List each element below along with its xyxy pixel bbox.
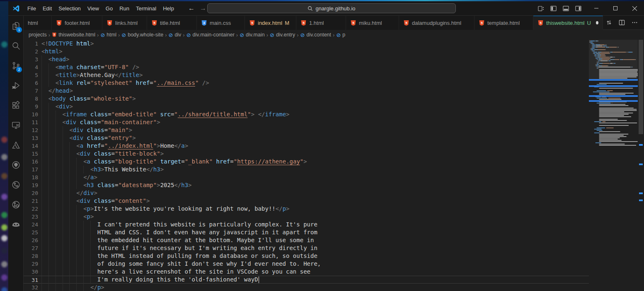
more-actions-icon[interactable] bbox=[631, 19, 638, 26]
tab-1.html[interactable]: 51.html bbox=[296, 16, 346, 30]
line-number[interactable]: 13 bbox=[24, 134, 38, 142]
line-number[interactable]: 24 bbox=[24, 221, 38, 228]
scrollbar-slider[interactable] bbox=[639, 40, 643, 134]
explorer-icon[interactable]: 1 bbox=[8, 16, 23, 36]
breadcrumb-item-projects[interactable]: projects bbox=[29, 32, 47, 38]
line-number[interactable]: 32 bbox=[24, 284, 38, 291]
code-line-28[interactable]: 28 the HTML instead of pulling from a da… bbox=[24, 252, 589, 260]
code-line-3[interactable]: 3 <head> bbox=[24, 55, 589, 63]
menu-file[interactable]: File bbox=[24, 5, 39, 12]
line-number[interactable]: 28 bbox=[24, 252, 38, 260]
tab-title.html[interactable]: 5title.html bbox=[147, 16, 197, 30]
tab-html[interactable]: html bbox=[24, 16, 52, 30]
menu-terminal[interactable]: Terminal bbox=[133, 5, 160, 12]
line-number[interactable]: 5 bbox=[24, 71, 38, 79]
line-number[interactable]: 16 bbox=[24, 158, 38, 166]
code-line-16[interactable]: 16 <a class="blog-title" target="_blank"… bbox=[24, 158, 589, 166]
line-number[interactable]: 26 bbox=[24, 236, 38, 244]
line-number[interactable]: 10 bbox=[24, 111, 38, 118]
line-number[interactable]: 14 bbox=[24, 142, 38, 150]
customize-layout-icon[interactable] bbox=[537, 5, 545, 12]
line-number[interactable]: 31 bbox=[24, 276, 38, 284]
line-number[interactable]: 25 bbox=[24, 228, 38, 236]
code-line-21[interactable]: 21 <div class="content"> bbox=[24, 197, 589, 205]
line-number[interactable]: 2 bbox=[24, 48, 38, 55]
extensions-icon[interactable] bbox=[8, 95, 23, 115]
breadcrumb-item-div[interactable]: ⊘div bbox=[168, 32, 181, 38]
code-line-26[interactable]: 26 the embedded hit counter at the botto… bbox=[24, 236, 589, 244]
search-icon[interactable] bbox=[8, 36, 23, 55]
line-number[interactable]: 21 bbox=[24, 197, 38, 205]
breadcrumb-item-thiswebsite.html[interactable]: 5thiswebsite.html bbox=[52, 32, 95, 38]
line-number[interactable]: 29 bbox=[24, 260, 38, 268]
menu-edit[interactable]: Edit bbox=[39, 5, 55, 12]
navigate-back-button[interactable]: ← bbox=[188, 1, 195, 15]
code-line-14[interactable]: 14 <a href="../index.html">Home</a> bbox=[24, 142, 589, 150]
line-number[interactable]: 1 bbox=[24, 40, 38, 48]
code-line-23[interactable]: 23 <p> bbox=[24, 213, 589, 221]
tab-main.css[interactable]: 3main.css bbox=[197, 16, 245, 30]
line-number[interactable]: 12 bbox=[24, 126, 38, 134]
code-line-24[interactable]: 24 I can't pretend this website is parti… bbox=[24, 221, 589, 228]
breadcrumb-item-div.main-container[interactable]: ⊘div.main-container bbox=[186, 32, 235, 38]
menu-run[interactable]: Run bbox=[116, 5, 133, 12]
run-debug-icon[interactable] bbox=[8, 75, 23, 95]
breadcrumb-item-html[interactable]: ⊘html bbox=[100, 32, 116, 38]
code-line-6[interactable]: 6 <link rel="stylesheet" href="../main.c… bbox=[24, 79, 589, 87]
code-line-18[interactable]: 18 </a> bbox=[24, 173, 589, 181]
line-number[interactable]: 3 bbox=[24, 55, 38, 63]
open-changes-icon[interactable] bbox=[605, 19, 613, 26]
code-line-13[interactable]: 13 <div class="entry"> bbox=[24, 134, 589, 142]
code-line-12[interactable]: 12 <div class="main"> bbox=[24, 126, 589, 134]
gitlens-icon[interactable] bbox=[8, 195, 23, 214]
code-line-2[interactable]: 2<html> bbox=[24, 48, 589, 55]
minimap-slider[interactable] bbox=[589, 40, 638, 79]
code-area[interactable]: 1<!DOCTYPE html>2<html>3 <head>4 <meta c… bbox=[24, 40, 589, 291]
code-line-27[interactable]: 27 future if it's necessary but I'm writ… bbox=[24, 244, 589, 252]
code-line-8[interactable]: 8 <body class="whole-site"> bbox=[24, 95, 589, 103]
code-line-10[interactable]: 10 <iframe class="embed-title" src="../s… bbox=[24, 111, 589, 118]
code-line-17[interactable]: 17 <h3>This Website</h3> bbox=[24, 166, 589, 173]
code-line-11[interactable]: 11 <div class="main-container"> bbox=[24, 118, 589, 126]
command-center-search[interactable]: gnargle.github.io bbox=[207, 3, 456, 13]
code-line-15[interactable]: 15 <div class="title-block"> bbox=[24, 150, 589, 158]
code-line-7[interactable]: 7 </head> bbox=[24, 87, 589, 95]
line-number[interactable]: 4 bbox=[24, 63, 38, 71]
code-line-19[interactable]: 19 <h3 class="datestamp">2025</h3> bbox=[24, 181, 589, 189]
toggle-secondary-sidebar-icon[interactable] bbox=[575, 5, 582, 12]
navigate-forward-button[interactable]: → bbox=[200, 1, 206, 15]
line-number[interactable]: 27 bbox=[24, 244, 38, 252]
code-line-29[interactable]: 29 of doing some fancy shit I don't see … bbox=[24, 260, 589, 268]
code-line-25[interactable]: 25 HTML and CSS. I don't even have any j… bbox=[24, 228, 589, 236]
close-button[interactable] bbox=[625, 1, 644, 15]
code-line-20[interactable]: 20 </div> bbox=[24, 189, 589, 197]
menu-help[interactable]: Help bbox=[160, 5, 177, 12]
line-number[interactable]: 30 bbox=[24, 268, 38, 276]
line-number[interactable]: 23 bbox=[24, 213, 38, 221]
line-number[interactable]: 9 bbox=[24, 103, 38, 111]
menu-go[interactable]: Go bbox=[102, 5, 116, 12]
line-number[interactable]: 19 bbox=[24, 181, 38, 189]
github-icon[interactable] bbox=[8, 155, 23, 175]
code-line-22[interactable]: 22 <p>It's the website you're looking at… bbox=[24, 205, 589, 213]
breadcrumb-item-p[interactable]: ⊘p bbox=[336, 32, 345, 38]
menu-view[interactable]: View bbox=[84, 5, 102, 12]
line-number[interactable]: 17 bbox=[24, 166, 38, 173]
code-line-30[interactable]: 30 here's a live screenshot of the site … bbox=[24, 268, 589, 276]
maximize-button[interactable] bbox=[606, 1, 625, 15]
minimap[interactable] bbox=[589, 40, 638, 291]
breadcrumb-item-body.whole-site[interactable]: ⊘body.whole-site bbox=[121, 32, 163, 38]
unsaved-dot-icon[interactable] bbox=[596, 21, 598, 24]
toggle-primary-sidebar-icon[interactable] bbox=[550, 5, 557, 12]
line-number[interactable]: 22 bbox=[24, 205, 38, 213]
azure-icon[interactable] bbox=[8, 135, 23, 155]
tab-thiswebsite.html[interactable]: 5thiswebsite.htmlU bbox=[533, 16, 603, 30]
code-line-4[interactable]: 4 <meta charset="UTF-8" /> bbox=[24, 63, 589, 71]
line-number[interactable]: 8 bbox=[24, 95, 38, 103]
code-line-1[interactable]: 1<!DOCTYPE html> bbox=[24, 40, 589, 48]
git-graph-icon[interactable] bbox=[8, 175, 23, 195]
line-number[interactable]: 11 bbox=[24, 118, 38, 126]
tab-dalamudplugins.html[interactable]: 5dalamudplugins.html bbox=[399, 16, 475, 30]
tab-miku.html[interactable]: 5miku.html bbox=[346, 16, 399, 30]
godot-icon[interactable] bbox=[8, 214, 23, 234]
